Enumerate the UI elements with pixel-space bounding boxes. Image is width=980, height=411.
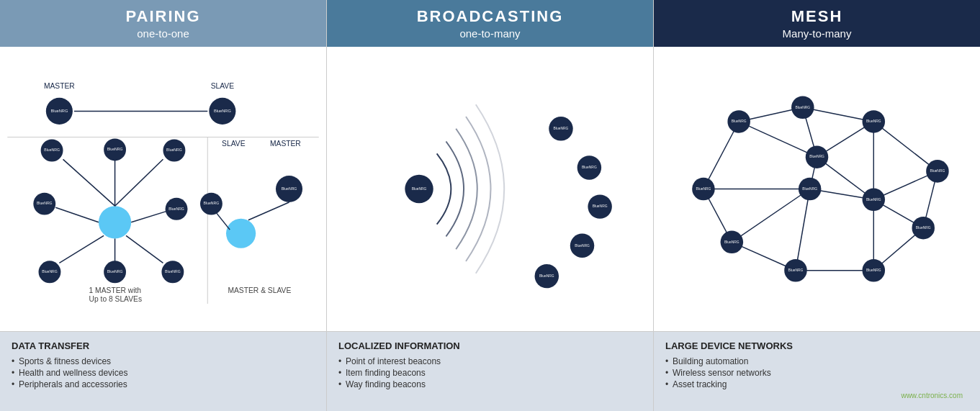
pairing-svg: MASTER SLAVE BlueNRG BlueNRG Bl [0, 47, 326, 331]
svg-line-9 [63, 159, 115, 206]
svg-text:BlueNRG: BlueNRG [107, 269, 123, 274]
mesh-diagram: BlueNRG BlueNRG BlueNRG BlueNRG BlueNRG … [654, 47, 980, 332]
pairing-title: PAIRING [4, 7, 323, 26]
svg-text:BlueNRG: BlueNRG [809, 155, 824, 158]
list-item: Item finding beacons [338, 367, 642, 379]
svg-line-60 [873, 122, 938, 171]
svg-text:BlueNRG: BlueNRG [795, 106, 810, 109]
svg-text:MASTER: MASTER [44, 83, 75, 91]
svg-text:BlueNRG: BlueNRG [866, 198, 881, 202]
broadcasting-title: BROADCASTING [331, 7, 649, 26]
pairing-column: PAIRING one-to-one MASTER SLAVE BlueNRG … [0, 0, 327, 411]
list-item: Peripherals and accessories [12, 379, 315, 390]
svg-text:BlueNRG: BlueNRG [168, 207, 184, 211]
broadcasting-header: BROADCASTING one-to-many [327, 0, 653, 47]
svg-text:BlueNRG: BlueNRG [696, 187, 711, 191]
broadcasting-diagram: BlueNRG BlueNRG BlueNRG BlueNRG [327, 47, 653, 332]
pairing-info-title: DATA TRANSFER [12, 340, 315, 351]
svg-line-67 [739, 122, 817, 157]
main-container: PAIRING one-to-one MASTER SLAVE BlueNRG … [0, 0, 980, 411]
svg-line-27 [126, 235, 163, 263]
broadcasting-info-title: LOCALIZED INFORMATION [338, 340, 642, 351]
broadcasting-info: LOCALIZED INFORMATION Point of interest … [327, 332, 653, 411]
svg-text:1 MASTER with: 1 MASTER with [89, 286, 142, 294]
svg-line-41 [248, 202, 289, 220]
svg-text:BlueNRG: BlueNRG [724, 240, 740, 244]
mesh-svg: BlueNRG BlueNRG BlueNRG BlueNRG BlueNRG … [654, 47, 980, 331]
svg-line-15 [115, 159, 163, 206]
svg-text:BlueNRG: BlueNRG [802, 187, 817, 191]
svg-text:MASTER & SLAVE: MASTER & SLAVE [228, 286, 291, 294]
list-item: Building automation [665, 356, 968, 367]
svg-text:BlueNRG: BlueNRG [165, 269, 181, 274]
svg-text:BlueNRG: BlueNRG [732, 119, 747, 123]
svg-line-21 [59, 235, 104, 263]
svg-text:BlueNRG: BlueNRG [554, 127, 569, 130]
mesh-subtitle: Many-to-many [657, 27, 976, 40]
svg-text:SLAVE: SLAVE [211, 83, 235, 91]
watermark: www.cntronics.com [665, 392, 968, 399]
svg-text:SLAVE: SLAVE [222, 140, 246, 148]
svg-line-18 [55, 207, 99, 222]
svg-text:BlueNRG: BlueNRG [539, 274, 554, 278]
svg-text:BlueNRG: BlueNRG [42, 269, 58, 274]
svg-text:BlueNRG: BlueNRG [37, 201, 53, 205]
mesh-title: MESH [657, 7, 976, 26]
svg-text:BlueNRG: BlueNRG [412, 187, 427, 191]
svg-text:BlueNRG: BlueNRG [930, 169, 945, 173]
mesh-header: MESH Many-to-many [654, 0, 980, 47]
broadcasting-column: BROADCASTING one-to-many BlueNRG BlueNRG [327, 0, 654, 411]
svg-text:BlueNRG: BlueNRG [204, 201, 220, 205]
mesh-info-title: LARGE DEVICE NETWORKS [665, 340, 968, 351]
svg-line-30 [131, 211, 166, 222]
pairing-info-list: Sports & fitness devices Health and well… [12, 356, 315, 390]
svg-text:BlueNRG: BlueNRG [575, 244, 590, 248]
mesh-info-list: Building automation Wireless sensor netw… [665, 356, 968, 390]
pairing-header: PAIRING one-to-one [0, 0, 326, 47]
svg-text:BlueNRG: BlueNRG [866, 268, 881, 272]
list-item: Health and wellness devices [12, 367, 315, 379]
svg-line-76 [732, 189, 809, 243]
svg-text:BlueNRG: BlueNRG [44, 148, 60, 152]
broadcasting-info-list: Point of interest beacons Item finding b… [338, 356, 642, 390]
svg-point-40 [226, 219, 256, 248]
svg-point-8 [99, 206, 131, 238]
list-item: Asset tracking [665, 379, 968, 390]
svg-text:BlueNRG: BlueNRG [866, 119, 881, 123]
list-item: Way finding beacons [338, 379, 642, 390]
svg-line-42 [215, 211, 230, 230]
svg-line-66 [703, 122, 739, 189]
svg-text:BlueNRG: BlueNRG [282, 186, 297, 191]
svg-line-77 [796, 189, 810, 271]
mesh-info: LARGE DEVICE NETWORKS Building automatio… [654, 332, 980, 411]
svg-text:BlueNRG: BlueNRG [916, 226, 931, 230]
list-item: Sports & fitness devices [12, 356, 315, 367]
svg-text:BlueNRG: BlueNRG [788, 268, 804, 272]
list-item: Point of interest beacons [338, 356, 642, 367]
svg-text:BlueNRG: BlueNRG [593, 204, 608, 208]
pairing-subtitle: one-to-one [4, 27, 323, 40]
broadcasting-subtitle: one-to-many [331, 27, 649, 40]
list-item: Wireless sensor networks [665, 367, 968, 379]
svg-text:Up to 8 SLAVEs: Up to 8 SLAVEs [89, 295, 143, 303]
svg-text:BlueNRG: BlueNRG [214, 109, 231, 113]
broadcasting-svg: BlueNRG BlueNRG BlueNRG BlueNRG [327, 47, 653, 331]
svg-text:BlueNRG: BlueNRG [50, 109, 68, 113]
svg-text:MASTER: MASTER [270, 140, 301, 148]
svg-text:BlueNRG: BlueNRG [107, 147, 123, 151]
svg-text:BlueNRG: BlueNRG [166, 148, 182, 152]
mesh-column: MESH Many-to-many [654, 0, 980, 411]
pairing-info: DATA TRANSFER Sports & fitness devices H… [0, 332, 326, 411]
svg-text:BlueNRG: BlueNRG [582, 166, 597, 169]
pairing-diagram: MASTER SLAVE BlueNRG BlueNRG Bl [0, 47, 326, 332]
